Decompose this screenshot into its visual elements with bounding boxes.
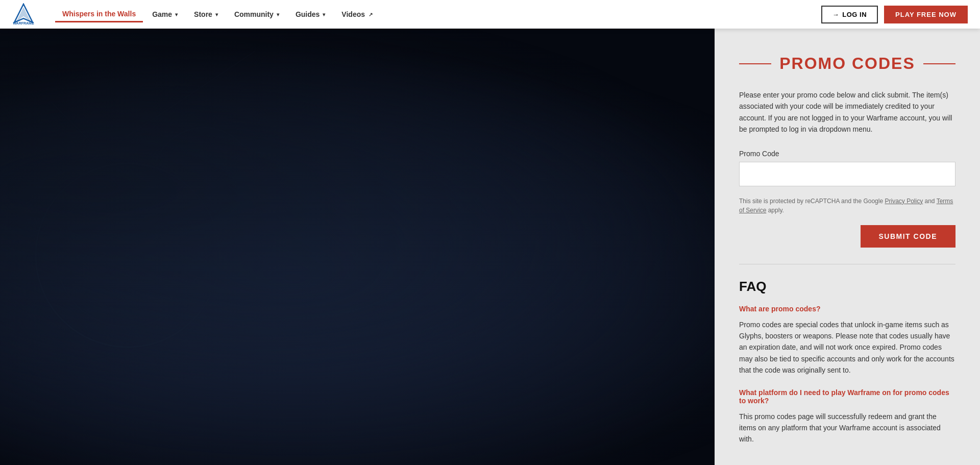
nav-store[interactable]: Store▾ xyxy=(187,7,225,21)
store-chevron-icon: ▾ xyxy=(215,12,218,17)
faq-title: FAQ xyxy=(739,279,955,295)
submit-code-button[interactable]: SUBMIT CODE xyxy=(861,225,956,248)
faq-question-2: What platform do I need to play Warframe… xyxy=(739,388,955,405)
title-row: PROMO CODES xyxy=(739,54,955,73)
nav-whispers[interactable]: Whispers in the Walls xyxy=(55,7,143,22)
promo-description: Please enter your promo code below and c… xyxy=(739,89,955,135)
faq-item-1: What are promo codes? Promo codes are sp… xyxy=(739,305,955,376)
promo-code-input[interactable] xyxy=(739,162,955,186)
login-button[interactable]: → LOG IN xyxy=(821,6,878,23)
navbar: WARFRAME Whispers in the Walls Game▾ Sto… xyxy=(0,0,980,29)
privacy-policy-link[interactable]: Privacy Policy xyxy=(885,198,923,205)
nav-game[interactable]: Game▾ xyxy=(145,7,185,21)
nav-videos[interactable]: Videos↗ xyxy=(334,7,380,21)
faq-answer-1: Promo codes are special codes that unloc… xyxy=(739,319,955,376)
recaptcha-notice: This site is protected by reCAPTCHA and … xyxy=(739,197,955,215)
faq-item-2: What platform do I need to play Warframe… xyxy=(739,388,955,445)
nav-actions: → LOG IN PLAY FREE NOW xyxy=(821,6,968,23)
page-title: PROMO CODES xyxy=(779,54,915,73)
guides-chevron-icon: ▾ xyxy=(323,12,325,17)
promo-code-label: Promo Code xyxy=(739,150,955,158)
section-divider xyxy=(739,264,955,264)
play-free-button[interactable]: PLAY FREE NOW xyxy=(884,6,968,23)
promo-panel: PROMO CODES Please enter your promo code… xyxy=(715,29,980,465)
page-content: PROMO CODES Please enter your promo code… xyxy=(0,0,980,465)
nav-guides[interactable]: Guides▾ xyxy=(288,7,332,21)
community-chevron-icon: ▾ xyxy=(277,12,279,17)
game-chevron-icon: ▾ xyxy=(175,12,178,17)
login-icon: → xyxy=(832,11,840,18)
faq-question-1: What are promo codes? xyxy=(739,305,955,313)
submit-row: SUBMIT CODE xyxy=(739,225,955,248)
nav-links: Whispers in the Walls Game▾ Store▾ Commu… xyxy=(55,7,821,22)
title-line-right xyxy=(923,63,955,64)
nav-community[interactable]: Community▾ xyxy=(227,7,286,21)
title-line-left xyxy=(739,63,771,64)
svg-text:WARFRAME: WARFRAME xyxy=(13,21,34,25)
faq-answer-2: This promo codes page will successfully … xyxy=(739,411,955,445)
logo[interactable]: WARFRAME xyxy=(12,3,35,26)
external-link-icon: ↗ xyxy=(369,12,373,17)
